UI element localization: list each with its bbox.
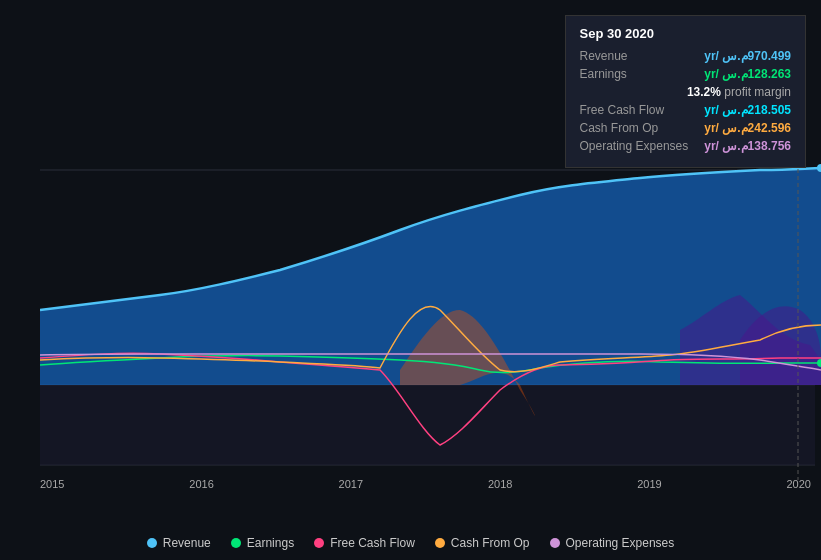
profit-margin-row: 13.2% profit margin <box>580 85 792 99</box>
tooltip-cfo-label: Cash From Op <box>580 121 659 135</box>
tooltip-fcf-label: Free Cash Flow <box>580 103 665 117</box>
tooltip-revenue-value: 970.499م.س /yr <box>704 49 791 63</box>
legend-revenue-label: Revenue <box>163 536 211 550</box>
tooltip-revenue-label: Revenue <box>580 49 628 63</box>
legend-fcf-label: Free Cash Flow <box>330 536 415 550</box>
profit-margin-value: 13.2% <box>687 85 721 99</box>
tooltip-earnings-label: Earnings <box>580 67 627 81</box>
x-label-2020: 2020 <box>786 478 810 490</box>
legend-fcf[interactable]: Free Cash Flow <box>314 536 415 550</box>
tooltip-opex-label: Operating Expenses <box>580 139 689 153</box>
legend-cfo-label: Cash From Op <box>451 536 530 550</box>
tooltip-fcf-row: Free Cash Flow 218.505م.س /yr <box>580 103 792 117</box>
x-label-2015: 2015 <box>40 478 64 490</box>
legend-fcf-dot <box>314 538 324 548</box>
chart-legend: Revenue Earnings Free Cash Flow Cash Fro… <box>0 536 821 550</box>
legend-cfo-dot <box>435 538 445 548</box>
tooltip-earnings-row: Earnings 128.263م.س /yr <box>580 67 792 81</box>
tooltip-opex-row: Operating Expenses 138.756م.س /yr <box>580 139 792 153</box>
tooltip-fcf-value: 218.505م.س /yr <box>704 103 791 117</box>
legend-opex[interactable]: Operating Expenses <box>550 536 675 550</box>
legend-revenue-dot <box>147 538 157 548</box>
tooltip-box: Sep 30 2020 Revenue 970.499م.س /yr Earni… <box>565 15 807 168</box>
tooltip-cfo-value: 242.596م.س /yr <box>704 121 791 135</box>
tooltip-cfo-row: Cash From Op 242.596م.س /yr <box>580 121 792 135</box>
tooltip-earnings-value: 128.263م.س /yr <box>704 67 791 81</box>
x-axis-labels: 2015 2016 2017 2018 2019 2020 <box>40 478 811 490</box>
tooltip-opex-value: 138.756م.س /yr <box>704 139 791 153</box>
tooltip-revenue-row: Revenue 970.499م.س /yr <box>580 49 792 63</box>
legend-earnings-label: Earnings <box>247 536 294 550</box>
legend-opex-label: Operating Expenses <box>566 536 675 550</box>
svg-rect-5 <box>40 385 815 465</box>
tooltip-date: Sep 30 2020 <box>580 26 792 41</box>
x-label-2019: 2019 <box>637 478 661 490</box>
x-label-2018: 2018 <box>488 478 512 490</box>
legend-earnings[interactable]: Earnings <box>231 536 294 550</box>
legend-revenue[interactable]: Revenue <box>147 536 211 550</box>
legend-earnings-dot <box>231 538 241 548</box>
legend-cfo[interactable]: Cash From Op <box>435 536 530 550</box>
legend-opex-dot <box>550 538 560 548</box>
chart-container: Sep 30 2020 Revenue 970.499م.س /yr Earni… <box>0 0 821 560</box>
x-label-2016: 2016 <box>189 478 213 490</box>
profit-margin-label: profit margin <box>724 85 791 99</box>
x-label-2017: 2017 <box>339 478 363 490</box>
